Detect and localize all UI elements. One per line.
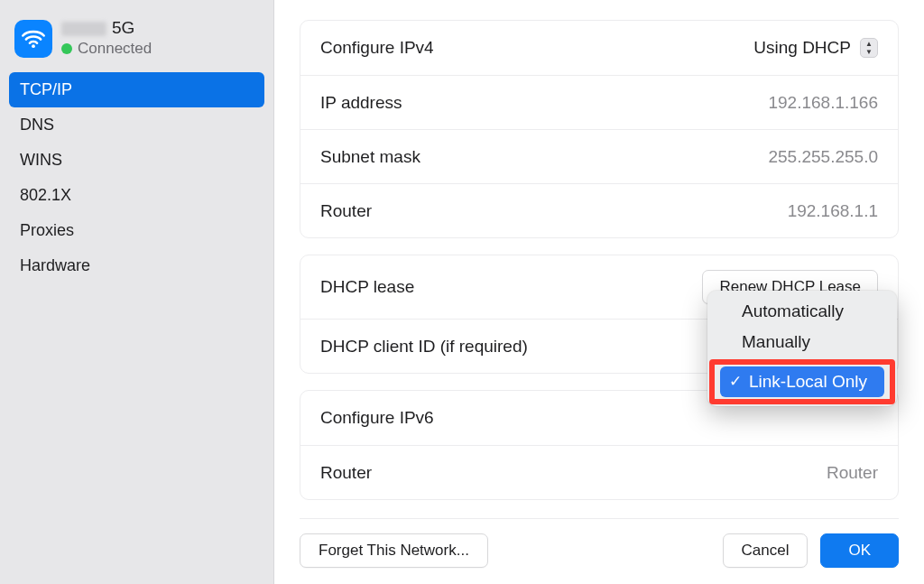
ipv6-option-link-local-only[interactable]: Link-Local Only (720, 366, 884, 397)
router-ipv6-value: Router (827, 463, 878, 483)
subnet-mask-value: 255.255.255.0 (768, 147, 878, 167)
configure-ipv4-label: Configure IPv4 (320, 38, 434, 58)
sidebar-item-proxies[interactable]: Proxies (9, 213, 264, 248)
updown-icon: ▲▼ (860, 38, 878, 58)
main-panel: Configure IPv4 Using DHCP ▲▼ IP address … (274, 0, 924, 584)
sidebar-item-wins[interactable]: WINS (9, 143, 264, 178)
footer: Forget This Network... Cancel OK (300, 518, 899, 584)
configure-ipv6-label: Configure IPv6 (320, 408, 434, 428)
ipv6-option-automatically[interactable]: Automatically (713, 296, 892, 327)
status-dot-icon (61, 43, 72, 54)
configure-ipv6-dropdown[interactable]: Automatically Manually Link-Local Only (707, 291, 897, 406)
router-ipv4-value: 192.168.1.1 (788, 201, 878, 221)
wifi-icon (14, 20, 52, 58)
sidebar-tabs: TCP/IP DNS WINS 802.1X Proxies Hardware (9, 72, 264, 283)
ok-button[interactable]: OK (820, 533, 899, 568)
ip-address-value: 192.168.1.166 (768, 93, 878, 113)
network-header: 5G Connected (9, 16, 264, 67)
connection-status: Connected (78, 40, 152, 58)
ip-address-label: IP address (320, 93, 402, 113)
sidebar-item-tcpip[interactable]: TCP/IP (9, 72, 264, 107)
ipv6-option-manually[interactable]: Manually (713, 327, 892, 357)
subnet-mask-label: Subnet mask (320, 147, 420, 167)
router-ipv4-label: Router (320, 201, 372, 221)
sidebar-item-8021x[interactable]: 802.1X (9, 178, 264, 213)
forget-network-button[interactable]: Forget This Network... (300, 533, 488, 568)
network-name: 5G (61, 18, 152, 38)
ipv4-section: Configure IPv4 Using DHCP ▲▼ IP address … (300, 20, 899, 238)
network-name-redacted (61, 22, 106, 36)
configure-ipv4-select[interactable]: Using DHCP ▲▼ (753, 38, 878, 58)
router-ipv6-label: Router (320, 463, 372, 483)
annotation-highlight: Link-Local Only (709, 359, 895, 404)
sidebar-item-dns[interactable]: DNS (9, 107, 264, 143)
svg-point-0 (32, 44, 35, 48)
sidebar: 5G Connected TCP/IP DNS WINS 802.1X Prox… (0, 0, 274, 584)
cancel-button[interactable]: Cancel (723, 533, 808, 568)
dhcp-lease-label: DHCP lease (320, 277, 414, 297)
dhcp-client-id-label: DHCP client ID (if required) (320, 337, 528, 357)
ipv6-section: Configure IPv6 Router Router (300, 390, 899, 500)
sidebar-item-hardware[interactable]: Hardware (9, 248, 264, 283)
